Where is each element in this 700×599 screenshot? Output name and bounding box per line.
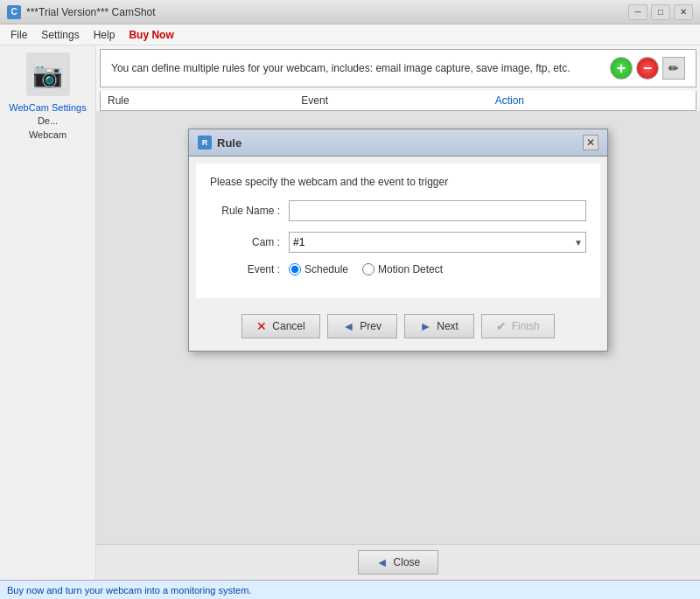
status-bar: Buy now and turn your webcam into a moni…	[0, 580, 700, 599]
close-window-button[interactable]: ✕	[674, 4, 693, 20]
close-button[interactable]: ◄ Close	[358, 550, 439, 575]
col-action: Action	[495, 94, 689, 107]
event-motion-detect-radio[interactable]	[362, 263, 374, 275]
event-schedule-radio[interactable]	[289, 263, 301, 275]
close-panel: ◄ Close	[96, 544, 700, 580]
rule-dialog-icon: R	[198, 136, 212, 150]
add-rule-button[interactable]: +	[610, 57, 633, 80]
title-bar-controls: ─ □ ✕	[628, 4, 693, 20]
minimize-button[interactable]: ─	[628, 4, 648, 20]
main-area: 📷 WebCam Settings De... Webcam You can d…	[0, 45, 700, 580]
close-icon: ◄	[376, 555, 388, 569]
menu-file[interactable]: File	[4, 27, 34, 43]
event-schedule-option[interactable]: Schedule	[289, 263, 348, 275]
sidebar-label-de: De...	[38, 115, 58, 128]
col-event: Event	[301, 94, 494, 107]
status-text: Buy now and turn your webcam into a moni…	[7, 585, 251, 596]
content-panel: You can define multiple rules for your w…	[96, 45, 700, 580]
rule-list-panel: R Rule ✕ Please specify the webcam and t…	[96, 111, 700, 544]
outer-dialog-description: You can define multiple rules for your w…	[111, 62, 570, 74]
event-row: Event : Schedule Motion Detect	[210, 263, 586, 275]
outer-dialog-buttons: + − ✏	[610, 57, 685, 80]
event-motion-detect-option[interactable]: Motion Detect	[362, 263, 443, 275]
rule-dialog: R Rule ✕ Please specify the webcam and t…	[188, 129, 608, 352]
remove-rule-button[interactable]: −	[636, 57, 659, 80]
rule-name-row: Rule Name :	[210, 200, 586, 221]
event-schedule-label: Schedule	[304, 263, 348, 275]
cam-select-wrapper: #1 #2 #3 ▼	[289, 232, 586, 253]
edit-rule-button[interactable]: ✏	[662, 57, 685, 80]
col-rule: Rule	[108, 94, 301, 107]
app-icon: C	[7, 5, 21, 19]
cancel-label: Cancel	[272, 320, 304, 332]
menu-settings[interactable]: Settings	[34, 27, 86, 43]
next-label: Next	[437, 320, 458, 332]
rule-dialog-title: Rule	[217, 136, 242, 150]
menu-buy-now[interactable]: Buy Now	[122, 27, 180, 43]
rule-dialog-title-bar: R Rule ✕	[189, 129, 607, 157]
cam-row: Cam : #1 #2 #3 ▼	[210, 232, 586, 253]
event-motion-detect-label: Motion Detect	[378, 263, 443, 275]
sidebar-webcam: Webcam	[29, 129, 66, 142]
finish-button[interactable]: ✔ Finish	[481, 314, 555, 338]
rule-table-header: Rule Event Action	[100, 91, 696, 111]
maximize-button[interactable]: □	[651, 4, 670, 20]
close-label: Close	[394, 556, 421, 568]
sidebar: 📷 WebCam Settings De... Webcam	[0, 45, 96, 580]
cancel-button[interactable]: ✕ Cancel	[242, 314, 319, 338]
menu-help[interactable]: Help	[87, 27, 122, 43]
prev-button[interactable]: ◄ Prev	[327, 314, 397, 338]
finish-label: Finish	[512, 320, 540, 332]
next-icon: ►	[419, 319, 431, 333]
title-bar: C ***Trial Version*** CamShot ─ □ ✕	[0, 0, 700, 24]
outer-dialog-header: You can define multiple rules for your w…	[100, 49, 696, 87]
rule-name-input[interactable]	[289, 200, 586, 221]
rule-dialog-footer: ✕ Cancel ◄ Prev ► Next ✔	[189, 305, 607, 351]
cam-label: Cam :	[210, 236, 289, 248]
rule-name-label: Rule Name :	[210, 205, 289, 217]
menu-bar: File Settings Help Buy Now	[0, 24, 700, 45]
event-label: Event :	[210, 263, 289, 275]
sidebar-webcam-settings[interactable]: WebCam Settings	[9, 101, 86, 115]
cancel-icon: ✕	[256, 319, 267, 333]
rule-dialog-title-left: R Rule	[198, 136, 242, 150]
finish-icon: ✔	[496, 319, 507, 333]
event-radio-group: Schedule Motion Detect	[289, 263, 443, 275]
cam-select[interactable]: #1 #2 #3	[289, 232, 586, 253]
rule-dialog-body: Please specify the webcam and the event …	[196, 164, 600, 298]
next-button[interactable]: ► Next	[404, 314, 474, 338]
rule-dialog-close-button[interactable]: ✕	[583, 135, 598, 150]
prev-icon: ◄	[342, 319, 354, 333]
webcam-icon: 📷	[26, 52, 70, 96]
window-title: ***Trial Version*** CamShot	[26, 6, 156, 18]
modal-overlay: R Rule ✕ Please specify the webcam and t…	[96, 111, 700, 544]
rule-dialog-subtitle: Please specify the webcam and the event …	[210, 176, 586, 188]
prev-label: Prev	[360, 320, 382, 332]
